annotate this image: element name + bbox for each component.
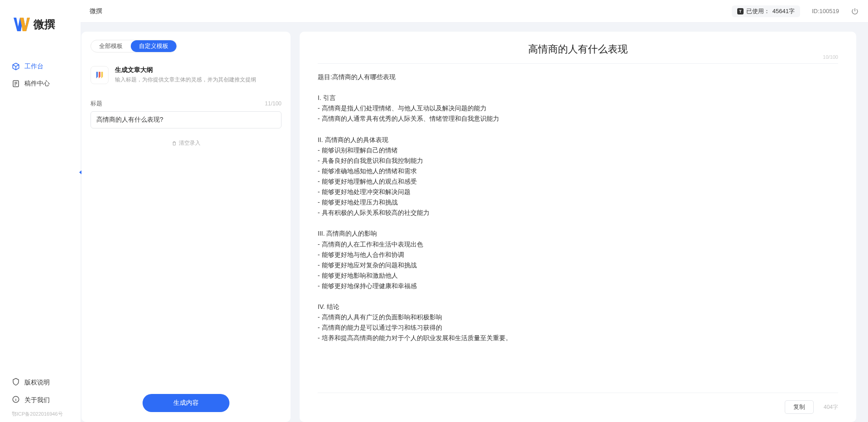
power-icon[interactable] bbox=[851, 7, 859, 15]
nav-workspace[interactable]: 工作台 bbox=[0, 59, 81, 74]
usage-label: 已使用： bbox=[746, 7, 770, 15]
title-input[interactable] bbox=[91, 111, 281, 128]
result-title-row: 高情商的人有什么表现 10/100 bbox=[318, 43, 838, 64]
template-tabs: 全部模板 自定义模板 bbox=[91, 40, 177, 52]
document-icon bbox=[12, 80, 20, 88]
template-icon bbox=[91, 66, 109, 84]
usage-value: 45641字 bbox=[773, 7, 795, 15]
sidebar: 微撰 工作台 稿件中心 bbox=[0, 0, 81, 422]
nav-label: 稿件中心 bbox=[24, 80, 50, 88]
field-label: 标题 bbox=[91, 100, 102, 108]
sidebar-bottom: 版权说明 关于我们 鄂ICP备2022016946号 bbox=[0, 374, 81, 422]
text-icon: T bbox=[737, 8, 744, 14]
logo-icon bbox=[14, 18, 30, 31]
page-title: 微撰 bbox=[90, 7, 102, 15]
nav-menu: 工作台 稿件中心 bbox=[0, 45, 81, 107]
content: 全部模板 自定义模板 生成文章大纲 输入标题，为你提供文章主体的灵感，并为其创建… bbox=[81, 23, 868, 422]
panel-left: 全部模板 自定义模板 生成文章大纲 输入标题，为你提供文章主体的灵感，并为其创建… bbox=[81, 32, 291, 422]
template-name: 生成文章大纲 bbox=[115, 66, 256, 74]
panel-right: 高情商的人有什么表现 10/100 题目:高情商的人有哪些表现 I. 引言 - … bbox=[300, 32, 856, 422]
info-icon bbox=[12, 395, 20, 405]
icp-text: 鄂ICP备2022016946号 bbox=[0, 409, 81, 419]
topbar-right: T 已使用： 45641字 ID:100519 bbox=[732, 5, 859, 17]
nav-label: 工作台 bbox=[24, 62, 43, 71]
trash-icon bbox=[172, 141, 177, 146]
cube-icon bbox=[12, 62, 20, 71]
template-info: 生成文章大纲 输入标题，为你提供文章主体的灵感，并为其创建推文提纲 bbox=[115, 66, 256, 84]
template-card: 生成文章大纲 输入标题，为你提供文章主体的灵感，并为其创建推文提纲 bbox=[91, 66, 281, 84]
generate-button[interactable]: 生成内容 bbox=[143, 394, 229, 412]
bottom-label: 版权说明 bbox=[24, 379, 50, 387]
usage-badge[interactable]: T 已使用： 45641字 bbox=[732, 5, 800, 17]
clear-label: 清空录入 bbox=[179, 139, 200, 147]
title-field-group: 标题 11/100 bbox=[91, 100, 281, 128]
copyright-link[interactable]: 版权说明 bbox=[0, 374, 81, 391]
tab-all-templates[interactable]: 全部模板 bbox=[91, 40, 131, 52]
body-char-count: 404字 bbox=[824, 403, 838, 411]
main: 微撰 T 已使用： 45641字 ID:100519 全部模板 自定义模板 bbox=[81, 0, 868, 422]
bottom-label: 关于我们 bbox=[24, 396, 50, 404]
template-desc: 输入标题，为你提供文章主体的灵感，并为其创建推文提纲 bbox=[115, 76, 256, 84]
shield-icon bbox=[12, 378, 20, 387]
tab-custom-templates[interactable]: 自定义模板 bbox=[131, 40, 176, 52]
field-count: 11/100 bbox=[265, 100, 281, 107]
result-footer: 复制 404字 bbox=[318, 393, 838, 414]
user-id: ID:100519 bbox=[812, 8, 839, 14]
nav-drafts[interactable]: 稿件中心 bbox=[0, 76, 81, 91]
title-char-count: 10/100 bbox=[823, 54, 838, 60]
result-body[interactable]: 题目:高情商的人有哪些表现 I. 引言 - 高情商是指人们处理情绪、与他人互动以… bbox=[318, 72, 838, 393]
about-link[interactable]: 关于我们 bbox=[0, 391, 81, 409]
logo[interactable]: 微撰 bbox=[0, 0, 81, 45]
clear-input-link[interactable]: 清空录入 bbox=[91, 139, 281, 147]
logo-text: 微撰 bbox=[33, 17, 55, 32]
topbar: 微撰 T 已使用： 45641字 ID:100519 bbox=[81, 0, 868, 23]
result-title[interactable]: 高情商的人有什么表现 bbox=[318, 43, 838, 56]
copy-button[interactable]: 复制 bbox=[785, 400, 814, 414]
